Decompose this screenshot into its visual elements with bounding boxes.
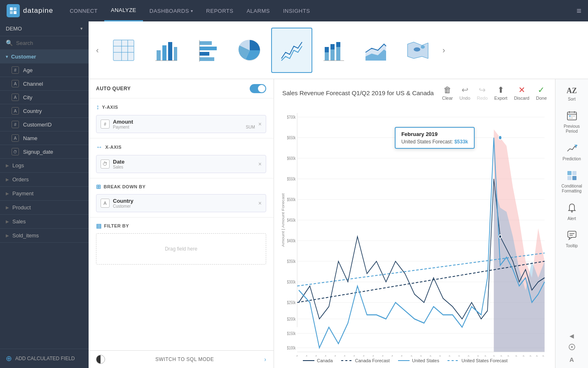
chart-header: Sales Revenue Forecast Q1/Q2 2019 for US…	[274, 79, 555, 103]
auto-query-toggle[interactable]	[250, 84, 266, 93]
chart-type-hbar[interactable]	[187, 28, 228, 73]
right-panel-text[interactable]: A	[568, 354, 576, 365]
svg-rect-15	[199, 47, 217, 50]
sidebar-field-customerid[interactable]: # CustomerID	[0, 118, 89, 131]
sidebar-group-sold-items[interactable]: ▶ Sold_items	[0, 229, 89, 243]
sidebar-group-orders[interactable]: ▶ Orders	[0, 173, 89, 187]
nav-item-alarms[interactable]: ALARMS	[240, 0, 276, 21]
close-icon[interactable]: ×	[258, 200, 262, 206]
right-panel-tooltip[interactable]: Tooltip	[558, 226, 586, 252]
nav-item-dashboards[interactable]: DASHBOARDS ▾	[143, 0, 200, 21]
legend-line-us	[398, 360, 410, 361]
search-input[interactable]	[16, 40, 83, 46]
redo-button[interactable]: ↪ Redo	[477, 85, 487, 101]
right-panel-sort[interactable]: AZ Sort	[558, 82, 586, 105]
chart-type-pie[interactable]	[229, 28, 270, 73]
chevron-right-icon: ▶	[6, 177, 9, 182]
hamburger-icon[interactable]: ≡	[576, 6, 581, 16]
x-axis-label: ↔ X-AXIS	[96, 143, 266, 151]
redo-icon: ↪	[479, 85, 486, 95]
main-layout: DEMO ▾ 🔍 ▾ Customer # Age A Channel A Ci…	[0, 21, 588, 368]
chart-type-stacked-bar[interactable]	[313, 28, 354, 73]
discard-button[interactable]: ✕ Discard	[514, 85, 529, 101]
search-bar: 🔍	[0, 36, 89, 50]
export-button[interactable]: ⬆ Export	[494, 85, 508, 101]
sidebar-field-name[interactable]: A Name	[0, 131, 89, 145]
group-label: Logs	[12, 162, 24, 169]
undo-button[interactable]: ↩ Undo	[459, 85, 470, 101]
sidebar-group-logs[interactable]: ▶ Logs	[0, 159, 89, 173]
right-panel-conditional-formatting[interactable]: Conditional Formatting	[558, 166, 586, 198]
add-calculated-field-button[interactable]: ⊕ ADD CALCULATED FIELD	[0, 349, 89, 368]
sidebar-field-country[interactable]: A Country	[0, 104, 89, 118]
chart-type-line[interactable]	[271, 28, 312, 73]
field-label: Country	[23, 108, 42, 114]
field-chip-info: Date Sales	[113, 159, 255, 169]
sidebar-group-header-customer[interactable]: ▾ Customer	[0, 50, 89, 63]
field-label: Name	[23, 135, 37, 141]
right-panel-previous-period[interactable]: Previous Period	[558, 106, 586, 138]
sidebar-field-signup-date[interactable]: ⏱ Signup_date	[0, 145, 89, 159]
nav-item-connect[interactable]: CONNECT	[63, 0, 104, 21]
close-icon[interactable]: ×	[258, 121, 262, 127]
right-panel-collapse-up[interactable]: ◀	[568, 331, 576, 341]
auto-query-bar: AUTO QUERY	[89, 79, 274, 98]
chart-actions: 🗑 Clear ↩ Undo ↪ Redo ⬆	[442, 85, 547, 101]
svg-point-27	[414, 47, 420, 52]
demo-selector[interactable]: DEMO ▾	[0, 21, 89, 36]
sidebar-field-city[interactable]: A City	[0, 91, 89, 104]
chart-nav-prev[interactable]: ‹	[93, 42, 102, 58]
field-type-icon: A	[12, 80, 19, 87]
field-chip-name: Country	[113, 198, 255, 204]
svg-text:$200k: $200k	[287, 317, 295, 321]
chart-type-bar[interactable]	[145, 28, 186, 73]
tooltip-label: Tooltip	[566, 244, 578, 248]
search-icon: 🔍	[6, 40, 13, 46]
close-icon[interactable]: ×	[258, 161, 262, 167]
clear-button[interactable]: 🗑 Clear	[442, 85, 453, 101]
sql-bar: SWITCH TO SQL MODE ›	[89, 350, 274, 368]
chart-nav-next[interactable]: ›	[439, 42, 449, 58]
svg-rect-14	[199, 41, 212, 45]
sort-label: Sort	[568, 97, 575, 101]
bell-icon	[567, 203, 577, 215]
sidebar-group-payment[interactable]: ▶ Payment	[0, 187, 89, 201]
right-panel-draw[interactable]	[567, 342, 577, 354]
right-panel-alert[interactable]: Alert	[558, 199, 586, 225]
chart-type-table[interactable]	[103, 28, 144, 73]
sidebar-group-product[interactable]: ▶ Product	[0, 201, 89, 215]
svg-rect-10	[162, 45, 166, 61]
svg-rect-25	[336, 42, 340, 47]
nav-item-analyze[interactable]: ANALYZE	[104, 0, 143, 21]
theme-toggle-button[interactable]	[96, 355, 105, 364]
done-button[interactable]: ✓ Done	[536, 85, 547, 101]
logo[interactable]: datapine	[7, 4, 53, 17]
nav-item-reports[interactable]: REPORTS	[199, 0, 240, 21]
chevron-right-icon: ▶	[6, 163, 9, 168]
sidebar-field-age[interactable]: # Age	[0, 63, 89, 77]
arrow-right-icon[interactable]: ›	[264, 356, 266, 363]
chart-type-area[interactable]	[355, 28, 396, 73]
svg-rect-11	[168, 42, 172, 61]
chart-type-map[interactable]	[397, 28, 438, 73]
right-panel-prediction[interactable]: Prediction	[558, 139, 586, 165]
svg-text:$700k: $700k	[287, 115, 295, 120]
nav-item-insights[interactable]: INSIGHTS	[276, 0, 316, 21]
field-chip-info: Country Customer	[113, 198, 255, 209]
chevron-right-icon: ▶	[6, 233, 9, 238]
sidebar-field-channel[interactable]: A Channel	[0, 77, 89, 91]
svg-rect-4	[113, 40, 134, 61]
right-panel: AZ Sort	[555, 79, 588, 368]
field-type-hash-icon: #	[101, 120, 110, 129]
field-chip-name: Amount	[113, 119, 255, 125]
svg-text:$400k: $400k	[287, 239, 295, 243]
svg-point-108	[571, 211, 572, 213]
sidebar-group-sales[interactable]: ▶ Sales	[0, 215, 89, 229]
svg-point-62	[499, 235, 501, 238]
svg-rect-3	[14, 11, 16, 14]
svg-rect-21	[325, 47, 329, 52]
plus-icon: ⊕	[6, 354, 12, 363]
svg-text:May 2017: May 2017	[326, 354, 337, 356]
conditional-formatting-icon	[567, 170, 577, 182]
group-label: Product	[12, 204, 31, 211]
